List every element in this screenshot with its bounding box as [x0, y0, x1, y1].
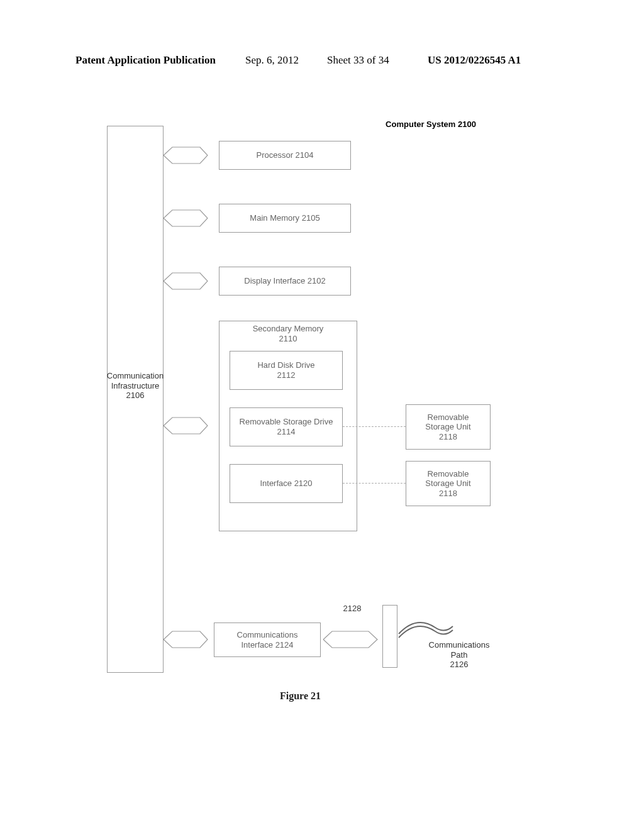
- comm-path-l2: Path: [451, 650, 468, 660]
- rsu-bottom-box: Removable Storage Unit 2118: [406, 461, 491, 506]
- hard-disk-l2: 2112: [277, 370, 296, 380]
- main-memory-box: Main Memory 2105: [219, 204, 351, 233]
- secondary-memory-title-l1: Secondary Memory: [253, 324, 324, 334]
- hard-disk-box: Hard Disk Drive 2112: [230, 351, 343, 390]
- removable-drive-box: Removable Storage Drive 2114: [230, 407, 343, 446]
- comm-path-l3: 2126: [450, 660, 469, 669]
- bus-arrow-removable-icon: [162, 415, 209, 436]
- antenna-tower-icon: [382, 605, 397, 668]
- comm-arrow-label: 2128: [333, 604, 371, 614]
- display-interface-box: Display Interface 2102: [219, 267, 351, 296]
- processor-label: Processor 2104: [256, 150, 313, 160]
- hard-disk-l1: Hard Disk Drive: [257, 360, 314, 370]
- diagram: Computer System 2100 Communication Infra…: [88, 119, 566, 698]
- figure-caption: Figure 21: [280, 690, 321, 702]
- header-date: Sep. 6, 2012: [245, 54, 299, 67]
- comm-out-arrow-icon: [322, 629, 379, 650]
- page: Patent Application Publication Sep. 6, 2…: [0, 0, 644, 830]
- rsu-bottom-l1: Removable: [428, 469, 469, 479]
- comm-interface-box: Communications Interface 2124: [214, 622, 321, 657]
- bus-arrow-processor-icon: [162, 145, 209, 166]
- bus-label: Communication Infrastructure 2106: [99, 371, 171, 401]
- secondary-memory-title-l2: 2110: [279, 334, 297, 344]
- header-right: US 2012/0226545 A1: [428, 54, 521, 67]
- bus-label-l1: Communication: [107, 371, 164, 380]
- display-interface-label: Display Interface 2102: [244, 276, 325, 286]
- removable-drive-l2: 2114: [277, 427, 296, 437]
- bus-label-l2: Infrastructure: [111, 381, 160, 390]
- comm-interface-l1: Communications: [237, 630, 298, 640]
- bus-arrow-display-icon: [162, 270, 209, 292]
- bus-label-l3: 2106: [126, 390, 145, 400]
- dash-rsu-top: [343, 426, 406, 427]
- rsu-top-l2: Storage Unit: [425, 422, 470, 432]
- interface-box: Interface 2120: [230, 464, 343, 503]
- removable-drive-l1: Removable Storage Drive: [240, 417, 333, 427]
- rsu-top-l1: Removable: [428, 412, 469, 423]
- comm-interface-l2: Interface 2124: [241, 640, 293, 650]
- comm-path-label: Communications Path 2126: [415, 640, 503, 670]
- processor-box: Processor 2104: [219, 141, 351, 170]
- signal-wave-icon: [397, 615, 454, 640]
- header-left: Patent Application Publication: [75, 54, 216, 67]
- main-memory-label: Main Memory 2105: [250, 213, 319, 223]
- header-sheet: Sheet 33 of 34: [327, 54, 389, 67]
- interface-label: Interface 2120: [260, 479, 312, 489]
- rsu-bottom-l2: Storage Unit: [425, 479, 470, 489]
- system-title: Computer System 2100: [365, 119, 497, 130]
- rsu-top-l3: 2118: [439, 432, 457, 442]
- rsu-bottom-l3: 2118: [439, 489, 457, 499]
- comm-path-l1: Communications: [429, 640, 490, 650]
- rsu-top-box: Removable Storage Unit 2118: [406, 404, 491, 450]
- bus-arrow-memory-icon: [162, 208, 209, 229]
- bus-arrow-comm-icon: [162, 629, 209, 650]
- dash-rsu-bottom: [343, 483, 406, 484]
